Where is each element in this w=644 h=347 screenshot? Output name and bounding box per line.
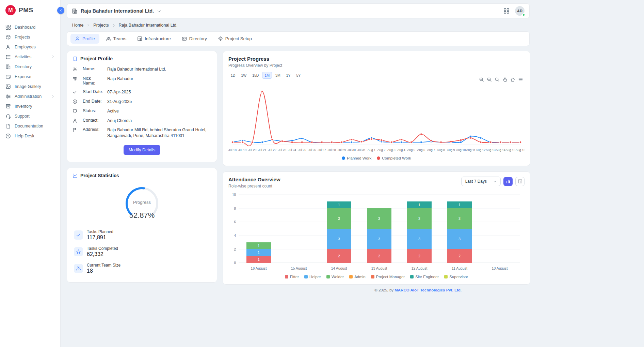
expense-icon bbox=[5, 74, 11, 79]
svg-text:Aug 15: Aug 15 bbox=[506, 148, 516, 152]
svg-text:1: 1 bbox=[418, 203, 420, 207]
sidebar-item-projects[interactable]: Projects bbox=[0, 32, 60, 42]
company-selector[interactable]: Raja Bahadur International Ltd. bbox=[72, 8, 161, 14]
svg-text:8: 8 bbox=[234, 207, 236, 210]
tab-label: Directory bbox=[189, 36, 207, 41]
zoom-in-icon[interactable] bbox=[479, 77, 484, 82]
modify-details-button[interactable]: Modify Details bbox=[124, 145, 161, 155]
field-label: Nick Name: bbox=[83, 76, 104, 86]
chevron-down-icon bbox=[493, 180, 497, 183]
sidebar-item-help-desk[interactable]: Help Desk bbox=[0, 131, 60, 141]
legend-marker bbox=[444, 275, 448, 278]
svg-text:0: 0 bbox=[234, 261, 236, 265]
legend-item-helper[interactable]: Helper bbox=[304, 275, 321, 279]
legend-item-admin[interactable]: Admin bbox=[349, 275, 366, 279]
avatar[interactable]: AD bbox=[515, 6, 525, 16]
legend-item-fitter[interactable]: Fitter bbox=[285, 275, 299, 279]
svg-text:Jul 23: Jul 23 bbox=[278, 148, 286, 152]
attendance-card-title: Attendance Overview bbox=[228, 177, 280, 182]
star-icon bbox=[76, 249, 81, 254]
range-button-1d[interactable]: 1D bbox=[228, 72, 238, 79]
svg-text:16 August: 16 August bbox=[251, 266, 267, 270]
svg-text:14 August: 14 August bbox=[331, 266, 347, 270]
legend-label: Project Manager bbox=[376, 275, 405, 279]
footer-link[interactable]: MARCO AIoT Technologies Pvt. Ltd. bbox=[395, 288, 462, 292]
svg-text:Aug 7: Aug 7 bbox=[427, 148, 435, 152]
profile-card-title: Project Profile bbox=[80, 56, 113, 61]
bar-chart-view-button[interactable] bbox=[503, 177, 513, 186]
profile-tab-icon bbox=[75, 36, 80, 41]
activities-icon bbox=[5, 54, 11, 60]
breadcrumb-item: Raja Bahadur International Ltd. bbox=[119, 23, 178, 28]
sidebar-item-image-gallery[interactable]: Image Gallery bbox=[0, 81, 60, 91]
breadcrumb-item[interactable]: Home bbox=[72, 23, 83, 28]
profile-field-contact: Contact:Anuj Chordia bbox=[73, 118, 211, 124]
stat-label: Tasks Planned bbox=[87, 229, 113, 234]
chart-line-icon bbox=[73, 173, 78, 178]
sidebar-item-activities[interactable]: Activities bbox=[0, 52, 60, 62]
sidebar-item-dashboard[interactable]: Dashboard bbox=[0, 22, 60, 32]
days-filter-dropdown[interactable]: Last 7 Days bbox=[461, 177, 501, 186]
svg-text:Jul 28: Jul 28 bbox=[328, 148, 336, 152]
svg-text:2: 2 bbox=[458, 254, 461, 258]
menu-icon[interactable] bbox=[518, 77, 523, 82]
legend-item-supervisor[interactable]: Supervisor bbox=[444, 275, 468, 279]
legend-item-welder[interactable]: Welder bbox=[326, 275, 344, 279]
svg-text:2: 2 bbox=[338, 254, 340, 258]
profile-field-status: Status:Active bbox=[73, 108, 211, 114]
tab-teams[interactable]: Teams bbox=[101, 34, 131, 44]
range-button-1m[interactable]: 1M bbox=[262, 72, 272, 79]
selection-zoom-icon[interactable] bbox=[495, 77, 500, 82]
svg-text:Aug 12: Aug 12 bbox=[476, 148, 486, 152]
tab-directory[interactable]: Directory bbox=[177, 34, 211, 44]
range-button-1w[interactable]: 1W bbox=[239, 72, 249, 79]
chevron-right-icon bbox=[51, 55, 55, 59]
legend-label: Site Engineer bbox=[415, 275, 439, 279]
sidebar-item-documentation[interactable]: Documentation bbox=[0, 121, 60, 131]
range-button-1y[interactable]: 1Y bbox=[284, 72, 293, 79]
sidebar-item-inventory[interactable]: Inventory bbox=[0, 101, 60, 111]
sidebar-item-employees[interactable]: Employees bbox=[0, 42, 60, 52]
sidebar-item-directory[interactable]: Directory bbox=[0, 62, 60, 72]
field-value: 31-Aug-2025 bbox=[107, 99, 211, 105]
sidebar-item-label: Administration bbox=[15, 94, 42, 99]
brand[interactable]: M PMS bbox=[0, 0, 60, 20]
sidebar-item-expense[interactable]: Expense bbox=[0, 72, 60, 81]
tab-project-setup[interactable]: Project Setup bbox=[213, 34, 256, 44]
project-progress-chart[interactable]: Jul 18Jul 19Jul 20Jul 21Jul 22Jul 23Jul … bbox=[228, 81, 525, 155]
chevron-down-icon bbox=[157, 9, 161, 13]
legend-label: Fitter bbox=[290, 275, 299, 279]
svg-text:52.87%: 52.87% bbox=[129, 211, 155, 220]
sidebar-collapse-button[interactable] bbox=[57, 7, 64, 14]
sidebar-item-support[interactable]: Support bbox=[0, 111, 60, 121]
profile-field-end-date: End Date:31-Aug-2025 bbox=[73, 99, 211, 105]
tab-profile[interactable]: Profile bbox=[70, 34, 99, 44]
legend-item-completed-work[interactable]: Completed Work bbox=[377, 156, 411, 160]
svg-text:Aug 8: Aug 8 bbox=[437, 148, 445, 152]
table-view-button[interactable] bbox=[515, 177, 525, 186]
sidebar-item-administration[interactable]: Administration bbox=[0, 91, 60, 101]
home-icon[interactable] bbox=[510, 77, 515, 82]
svg-text:10 August: 10 August bbox=[492, 266, 508, 270]
pan-icon[interactable] bbox=[502, 77, 508, 82]
range-button-15d[interactable]: 15D bbox=[250, 72, 261, 79]
profile-field-nick-name: Nick Name:Raja Bahadur bbox=[73, 76, 211, 86]
legend-marker bbox=[304, 275, 308, 278]
apps-grid-icon[interactable] bbox=[503, 8, 510, 14]
check-icon bbox=[73, 90, 77, 94]
svg-text:Jul 21: Jul 21 bbox=[258, 148, 266, 152]
tab-infrastructure[interactable]: Infrastructure bbox=[133, 34, 175, 44]
svg-text:Aug 14: Aug 14 bbox=[496, 148, 505, 152]
legend-label: Planned Work bbox=[347, 156, 371, 160]
svg-text:3: 3 bbox=[338, 216, 340, 221]
attendance-chart[interactable]: 024681011116 August15 August233114 Augus… bbox=[228, 191, 525, 273]
range-button-3m[interactable]: 3M bbox=[273, 72, 283, 79]
sidebar-item-label: Projects bbox=[15, 35, 30, 40]
zoom-out-icon[interactable] bbox=[487, 77, 492, 82]
legend-item-planned-work[interactable]: Planned Work bbox=[342, 156, 371, 160]
range-button-5y[interactable]: 5Y bbox=[294, 72, 303, 79]
legend-item-project-manager[interactable]: Project Manager bbox=[371, 275, 405, 279]
legend-item-site-engineer[interactable]: Site Engineer bbox=[410, 275, 439, 279]
breadcrumb-item[interactable]: Projects bbox=[93, 23, 109, 28]
chevron-right-icon bbox=[86, 24, 90, 27]
